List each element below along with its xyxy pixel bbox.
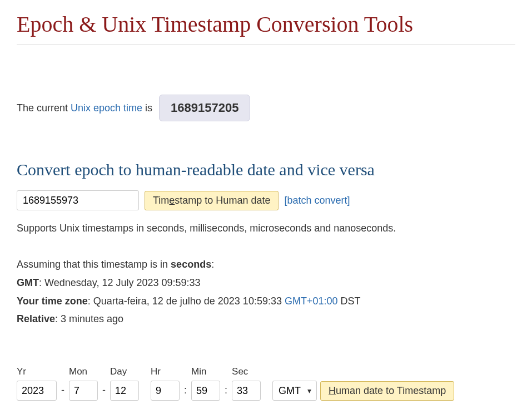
- day-label: Day: [110, 366, 139, 377]
- minute-input[interactable]: [191, 381, 220, 401]
- tz-field-label: [272, 366, 317, 377]
- hour-field-group: Hr: [151, 366, 180, 401]
- tz-select-wrapper: GMT: [272, 381, 317, 401]
- day-field-group: Day: [110, 366, 139, 401]
- year-field-group: Yr: [17, 366, 57, 401]
- relative-value: : 3 minutes ago: [55, 313, 123, 324]
- current-suffix: is: [142, 102, 152, 114]
- gmt-label: GMT: [17, 277, 39, 288]
- sep-colon-2: :: [225, 385, 227, 401]
- timestamp-input[interactable]: [17, 190, 139, 210]
- year-label: Yr: [17, 366, 57, 377]
- supports-text: Supports Unix timestamps in seconds, mil…: [17, 223, 515, 234]
- assuming-unit: seconds: [171, 259, 211, 270]
- human-to-timestamp-button[interactable]: Human date to Timestamp: [320, 381, 454, 401]
- sep-dash-1: -: [61, 385, 64, 401]
- relative-line: Relative: 3 minutes ago: [17, 311, 515, 327]
- tz-offset-link[interactable]: GMT+01:00: [285, 295, 338, 307]
- title-divider: [17, 44, 515, 45]
- sep-colon-1: :: [184, 385, 187, 401]
- sep-dash-2: -: [102, 385, 106, 401]
- timezone-select[interactable]: GMT: [272, 381, 317, 401]
- date-fields-row: Yr - Mon - Day Hr : Min : Sec GMT Human …: [17, 366, 515, 401]
- timestamp-to-human-button[interactable]: Timestamp to Human date: [145, 191, 279, 210]
- hour-label: Hr: [151, 366, 180, 377]
- assuming-suffix: :: [211, 259, 214, 270]
- second-input[interactable]: [232, 381, 261, 401]
- month-field-group: Mon: [69, 366, 98, 401]
- current-prefix: The current: [17, 102, 71, 114]
- gmt-line: GMT: Wednesday, 12 July 2023 09:59:33: [17, 275, 515, 291]
- unix-epoch-time-link[interactable]: Unix epoch time: [71, 102, 142, 114]
- month-label: Mon: [69, 366, 98, 377]
- submit-label-spacer: [320, 367, 454, 378]
- minute-field-group: Min: [191, 366, 220, 401]
- hour-input[interactable]: [151, 381, 180, 401]
- sep-space: [143, 385, 146, 401]
- current-epoch-value: 1689157205: [159, 95, 250, 121]
- tz-dst: DST: [338, 295, 361, 307]
- relative-label: Relative: [17, 313, 55, 324]
- day-input[interactable]: [110, 381, 139, 401]
- sep-space-2: [265, 385, 268, 401]
- submit-field-group: Human date to Timestamp: [320, 367, 454, 401]
- timezone-line: Your time zone: Quarta-feira, 12 de julh…: [17, 293, 515, 309]
- tz-value: : Quarta-feira, 12 de julho de 2023 10:5…: [88, 295, 285, 307]
- convert-row: Timestamp to Human date [batch convert]: [17, 190, 515, 210]
- second-label: Sec: [232, 366, 261, 377]
- tz-label: Your time zone: [17, 295, 88, 307]
- second-field-group: Sec: [232, 366, 261, 401]
- assuming-prefix: Assuming that this timestamp is in: [17, 259, 171, 270]
- month-input[interactable]: [69, 381, 98, 401]
- page-title: Epoch & Unix Timestamp Conversion Tools: [17, 11, 515, 37]
- assuming-line: Assuming that this timestamp is in secon…: [17, 257, 515, 273]
- current-epoch-line: The current Unix epoch time is 168915720…: [17, 95, 515, 121]
- minute-label: Min: [191, 366, 220, 377]
- batch-convert-link[interactable]: [batch convert]: [284, 195, 350, 206]
- year-input[interactable]: [17, 381, 57, 401]
- tz-field-group: GMT: [272, 366, 317, 401]
- results-block: Assuming that this timestamp is in secon…: [17, 257, 515, 327]
- current-epoch-text: The current Unix epoch time is: [17, 102, 152, 114]
- convert-heading: Convert epoch to human-readable date and…: [17, 160, 515, 179]
- gmt-value: : Wednesday, 12 July 2023 09:59:33: [39, 277, 201, 288]
